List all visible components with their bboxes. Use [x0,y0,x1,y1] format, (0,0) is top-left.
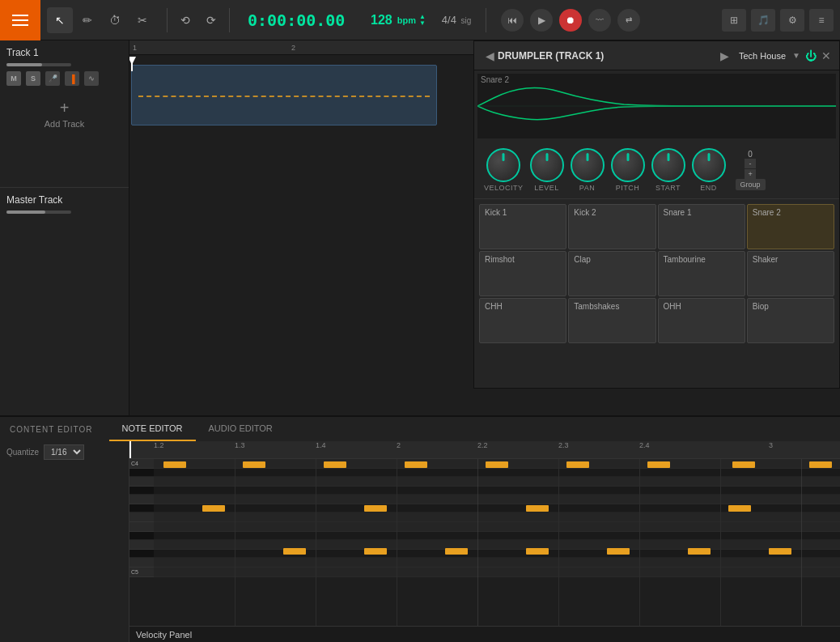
note-block[interactable] [243,461,265,468]
tab-audio-editor[interactable]: AUDIO EDITOR [196,417,286,441]
redo-button[interactable]: ⟳ [198,7,224,33]
tab-note-editor[interactable]: NOTE EDITOR [109,417,196,441]
add-track-area[interactable]: + Add Track [0,89,129,138]
solo-button[interactable]: S [26,71,40,86]
track-1-header: Track 1 M S 🎤 ▐ ∿ [0,40,129,89]
note-block[interactable] [202,505,225,512]
level-knob[interactable] [530,148,564,182]
grid-row-2 [154,477,840,487]
note-block[interactable] [364,548,387,555]
note-block[interactable] [526,548,549,555]
pencil-tool-button[interactable]: ✏ [74,7,100,33]
extra-btn-4[interactable]: ≡ [809,9,834,32]
note-block[interactable] [688,548,711,555]
drumpler-preset-arrow[interactable]: ▼ [792,51,800,60]
extra-btn-1[interactable]: ⊞ [722,9,746,32]
velocity-knob-dot [503,153,505,161]
track-1-name: Track 1 [6,47,122,58]
drum-pad-clap[interactable]: Clap [568,251,655,296]
vgrid-2 [316,459,316,626]
drumpler-close-button[interactable]: ✕ [821,49,831,62]
note-block[interactable] [445,548,468,555]
note-block[interactable] [566,461,589,468]
drum-pad-tambourine[interactable]: Tambourine [658,251,745,296]
drum-pad-snare2[interactable]: Snare 2 [747,204,834,249]
start-knob[interactable] [651,148,685,182]
scissors-tool-button[interactable]: ✂ [129,7,155,33]
note-block[interactable] [526,505,549,512]
note-block[interactable] [324,461,346,468]
note-block[interactable] [405,461,427,468]
main-area: Track 1 M S 🎤 ▐ ∿ + Add Track Master Tra… [0,40,840,415]
note-block[interactable] [486,461,508,468]
automation-button[interactable]: 〰 [588,9,611,32]
extra-btn-3[interactable]: ⚙ [780,9,804,32]
drum-pad-kick2[interactable]: Kick 2 [568,204,655,249]
bpm-arrows[interactable]: ▲ ▼ [419,14,426,27]
drumpler-nav-right[interactable]: ▶ [717,49,732,62]
drum-pad-tambshakes[interactable]: Tambshakes [568,298,655,343]
play-button[interactable]: ▶ [530,9,553,32]
drum-pad-biop[interactable]: Biop [747,298,834,343]
track-1-volume-slider[interactable] [6,63,71,66]
end-knob-label: END [700,184,717,192]
velocity-knob[interactable] [486,148,520,182]
knob-minus-button[interactable]: - [745,159,756,168]
end-knob[interactable] [692,148,726,182]
pan-knob-group: PAN [571,148,605,192]
note-block[interactable] [769,548,791,555]
bpm-label: bpm [397,15,416,25]
note-block[interactable] [283,548,306,555]
select-tool-button[interactable]: ↖ [47,7,73,33]
bars-button[interactable]: ▐ [65,71,79,86]
loop-button[interactable]: ⇄ [617,9,640,32]
left-panel: Quantize 1/16 1/8 1/4 [0,441,129,642]
note-block[interactable] [364,505,387,512]
note-block[interactable] [607,548,630,555]
master-volume-slider[interactable] [6,210,71,214]
bpm-down-arrow[interactable]: ▼ [419,20,426,27]
pan-knob[interactable] [571,148,605,182]
note-block[interactable] [732,461,755,468]
clock-tool-button[interactable]: ⏱ [102,7,128,33]
piano-key-a3 [129,477,154,487]
mute-button[interactable]: M [6,71,21,86]
note-grid[interactable] [154,459,840,626]
time-display: 0:00:00.00 [235,11,364,30]
undo-button[interactable]: ⟲ [172,7,198,33]
piano-key-e3 [129,522,154,532]
tab-note-editor-label: NOTE EDITOR [122,423,183,433]
pitch-knob[interactable] [611,148,645,182]
menu-button[interactable] [0,0,40,40]
mic-button[interactable]: 🎤 [45,71,60,86]
group-button[interactable]: Group [736,179,766,190]
wave-button[interactable]: ∿ [84,71,99,86]
drum-pad-snare1[interactable]: Snare 1 [658,204,745,249]
piano-key-b3 [129,469,154,477]
drum-pad-shaker[interactable]: Shaker [747,251,834,296]
extra-btn-2[interactable]: 🎵 [751,9,775,32]
drum-pad-ohh[interactable]: OHH [658,298,745,343]
piano-roll: C4 C5 [129,459,154,626]
quantize-select[interactable]: 1/16 1/8 1/4 [44,444,84,460]
drum-pad-chh-label: CHH [485,302,503,311]
grid-row-7 [154,522,840,532]
knob-plus-button[interactable]: + [745,169,756,179]
drumpler-nav-left[interactable]: ◀ [482,49,498,62]
rewind-button[interactable]: ⏮ [501,9,524,32]
velocity-panel-label: Velocity Panel [136,630,192,640]
note-block[interactable] [809,461,832,468]
region-dashed-line [138,96,430,97]
knob-plus-minus: - + [745,159,756,179]
note-block[interactable] [163,461,186,468]
drumpler-power-button[interactable]: ⏻ [800,49,821,62]
note-block[interactable] [728,505,751,512]
track-region-block[interactable] [131,65,437,125]
content-editor: CONTENT EDITOR NOTE EDITOR AUDIO EDITOR … [0,415,840,642]
drum-pad-chh[interactable]: CHH [479,298,566,343]
grid-row-3 [154,487,840,495]
drum-pad-kick1[interactable]: Kick 1 [479,204,566,249]
record-button[interactable]: ⏺ [559,9,582,32]
drum-pad-rimshot[interactable]: Rimshot [479,251,566,296]
note-block[interactable] [647,461,670,468]
